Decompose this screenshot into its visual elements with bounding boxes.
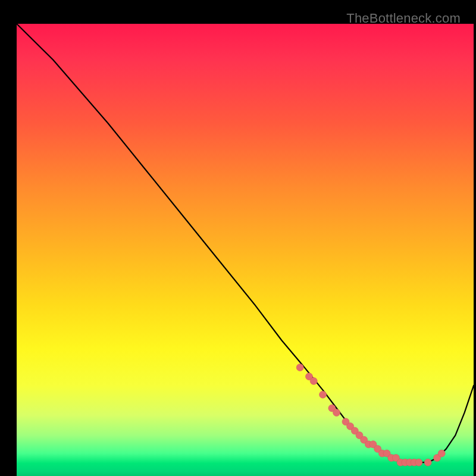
dot — [438, 450, 445, 457]
curve-layer — [17, 24, 474, 476]
chart-frame: TheBottleneck.com — [7, 7, 469, 469]
dot — [424, 459, 431, 466]
dot — [320, 391, 327, 398]
plot-area — [17, 24, 474, 476]
dot — [310, 377, 317, 384]
dot — [415, 459, 422, 466]
highlight-dots — [296, 364, 445, 466]
dot — [296, 364, 303, 371]
dot — [333, 409, 340, 416]
bottleneck-curve — [17, 24, 474, 462]
